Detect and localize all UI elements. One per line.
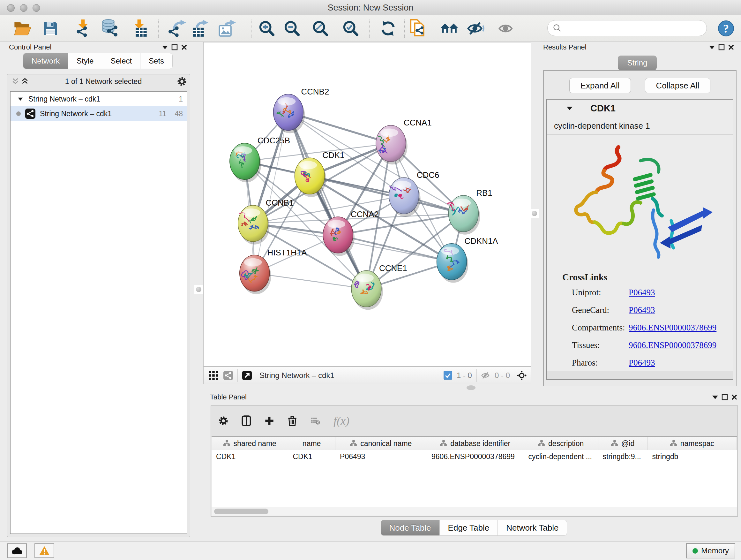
left-splitter-handle[interactable]: [194, 285, 203, 294]
panel-menu-button[interactable]: [711, 392, 720, 402]
table-options-button[interactable]: [219, 416, 228, 426]
birds-eye-button[interactable]: [517, 371, 527, 380]
network-node[interactable]: CDKN1A: [437, 237, 498, 283]
column-header-namespac[interactable]: namespac: [648, 437, 737, 450]
zoom-selected-button[interactable]: [340, 18, 361, 39]
import-table-file-button[interactable]: [129, 18, 149, 39]
save-session-button[interactable]: [40, 18, 61, 39]
tab-select[interactable]: Select: [102, 53, 140, 69]
panel-float-button[interactable]: [170, 43, 179, 52]
tab-edge-table[interactable]: Edge Table: [440, 520, 498, 536]
export-network-button[interactable]: [167, 18, 188, 39]
network-node[interactable]: HIST1H1A: [240, 248, 307, 294]
selected-checkbox[interactable]: [443, 371, 453, 380]
panel-float-button[interactable]: [720, 392, 730, 402]
collapse-icon[interactable]: [567, 107, 572, 110]
column-header-shared-name[interactable]: shared name: [212, 437, 288, 450]
crosslink-uniprot[interactable]: P06493: [629, 288, 655, 298]
crosslink-pharos[interactable]: P06493: [629, 358, 655, 368]
cloud-status-button[interactable]: [7, 543, 27, 558]
network-graph[interactable]: CCNB2CCNA1CDC25BCDK1CDC6RB1CCNB1CCNA2CDK…: [204, 43, 531, 366]
network-node[interactable]: RB1: [448, 188, 492, 235]
network-node[interactable]: CDC25B: [230, 136, 290, 182]
table-horizontal-scrollbar[interactable]: [212, 507, 737, 516]
search-field[interactable]: [547, 20, 707, 36]
results-scrollbar[interactable]: [547, 371, 733, 379]
table-row[interactable]: CDK1CDK1P064939606.ENSP00000378699cyclin…: [212, 450, 737, 463]
tab-network-table[interactable]: Network Table: [498, 520, 567, 536]
collapse-icon[interactable]: [18, 98, 23, 100]
crosslink-genecard[interactable]: P06493: [629, 305, 655, 315]
crosslink-tissues[interactable]: 9606.ENSP00000378699: [629, 340, 717, 350]
show-columns-button[interactable]: [242, 416, 251, 426]
network-node[interactable]: CCNB2: [273, 87, 329, 133]
expand-all-button[interactable]: Expand All: [569, 78, 631, 93]
network-canvas[interactable]: CCNB2CCNA1CDC25BCDK1CDC6RB1CCNB1CCNA2CDK…: [203, 42, 531, 367]
memory-button[interactable]: Memory: [686, 543, 735, 558]
import-network-file-button[interactable]: [73, 18, 93, 39]
panel-menu-button[interactable]: [160, 43, 170, 52]
new-network-from-selection-button[interactable]: [408, 18, 428, 39]
column-header-name[interactable]: name: [288, 437, 335, 450]
table-cell[interactable]: CDK1: [212, 452, 288, 461]
open-session-button[interactable]: [12, 18, 33, 39]
bottom-splitter-handle[interactable]: [467, 385, 475, 390]
function-builder-button[interactable]: f(x): [333, 414, 349, 428]
collapse-all-networks-button[interactable]: [10, 77, 20, 86]
column-header-canonical-name[interactable]: canonical name: [335, 437, 427, 450]
panel-close-button[interactable]: [726, 43, 736, 52]
column-header--id[interactable]: @id: [598, 437, 648, 450]
network-options-button[interactable]: [177, 77, 187, 86]
zoom-out-button[interactable]: [282, 18, 302, 39]
panel-close-button[interactable]: [179, 43, 189, 52]
collapse-all-button[interactable]: Collapse All: [645, 78, 711, 93]
table-cell[interactable]: cyclin-dependent ...: [524, 452, 598, 461]
column-header-database-identifier[interactable]: database identifier: [427, 437, 524, 450]
tab-string[interactable]: String: [618, 56, 657, 70]
network-status-dot: [16, 111, 21, 116]
import-network-database-button[interactable]: [99, 18, 120, 39]
panel-float-button[interactable]: [717, 43, 726, 52]
search-input[interactable]: [562, 23, 700, 33]
zoom-in-icon: [259, 20, 275, 37]
network-node[interactable]: CCNE1: [351, 264, 407, 310]
network-node[interactable]: CCNB1: [238, 198, 294, 245]
show-all-button[interactable]: [496, 18, 517, 39]
houses-icon: [440, 21, 459, 36]
help-button[interactable]: ?: [716, 18, 736, 39]
table-cell[interactable]: P06493: [335, 452, 427, 461]
create-column-button[interactable]: [265, 416, 274, 426]
detach-view-button[interactable]: [242, 371, 252, 380]
expand-all-networks-button[interactable]: [20, 77, 30, 86]
tab-sets[interactable]: Sets: [140, 53, 173, 69]
zoom-fit-button[interactable]: [310, 18, 331, 39]
hide-selected-button[interactable]: [466, 18, 486, 39]
hidden-indicator[interactable]: [481, 371, 491, 380]
tab-node-table[interactable]: Node Table: [381, 520, 440, 536]
tab-network[interactable]: Network: [23, 53, 68, 69]
warnings-button[interactable]: [35, 543, 54, 558]
table-cell[interactable]: 9606.ENSP00000378699: [427, 452, 524, 461]
houses-button[interactable]: [439, 18, 460, 39]
refresh-button[interactable]: [378, 18, 398, 39]
zoom-in-button[interactable]: [257, 18, 277, 39]
export-table-button[interactable]: [190, 18, 211, 39]
table-cell[interactable]: CDK1: [288, 452, 335, 461]
network-node[interactable]: CCNA1: [376, 118, 432, 165]
network-node[interactable]: CDC6: [389, 171, 439, 217]
network-row[interactable]: String Network – cdk1 11 48: [10, 106, 187, 121]
delete-column-button[interactable]: [287, 416, 297, 426]
crosslink-compartments[interactable]: 9606.ENSP00000378699: [629, 323, 717, 333]
panel-close-button[interactable]: [730, 392, 739, 402]
table-cell[interactable]: stringdb: [648, 452, 737, 461]
scrollbar-thumb[interactable]: [214, 509, 268, 514]
tab-style[interactable]: Style: [68, 53, 102, 69]
delete-table-button[interactable]: [311, 416, 320, 426]
column-header-description[interactable]: description: [524, 437, 598, 450]
panel-menu-button[interactable]: [707, 43, 717, 52]
network-collection-row[interactable]: String Network – cdk1 1: [10, 91, 187, 106]
gene-header[interactable]: CDK1: [547, 100, 733, 117]
grid-view-button[interactable]: [209, 371, 218, 380]
export-image-button[interactable]: [217, 18, 238, 39]
table-cell[interactable]: stringdb:9...: [598, 452, 648, 461]
